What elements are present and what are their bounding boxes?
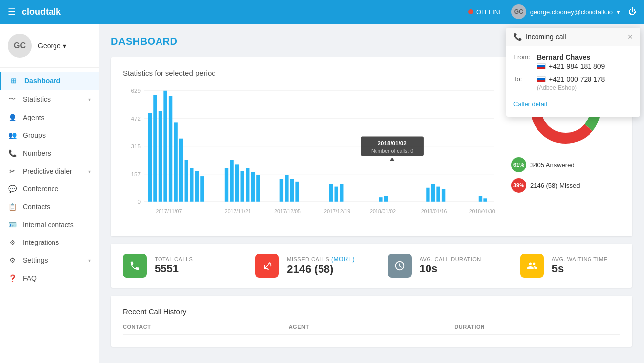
sidebar-item-statistics[interactable]: 〜 Statistics ▾ xyxy=(0,90,99,109)
popup-from-phone-number: +421 984 181 809 xyxy=(549,62,605,70)
sidebar-avatar: GC xyxy=(8,34,32,58)
sidebar: GC George ▾ ⊞ Dashboard 〜 Statistics ▾ 👤… xyxy=(0,24,99,363)
svg-rect-12 xyxy=(159,111,162,202)
user-menu[interactable]: GC george.clooney@cloudtalk.io ▾ xyxy=(511,4,620,19)
stat-missed-info: MISSED CALLS (MORE) 2146 (58) xyxy=(287,256,355,276)
svg-rect-13 xyxy=(163,91,167,202)
svg-text:472: 472 xyxy=(131,115,141,121)
sidebar-item-predictive-dialer[interactable]: ✂ Predictive dialer ▾ xyxy=(0,162,99,180)
svg-rect-39 xyxy=(436,187,440,202)
legend-missed: 39% 2146 (58) Missed xyxy=(511,175,620,196)
popup-close-button[interactable]: ✕ xyxy=(627,33,633,41)
col-agent: AGENT xyxy=(289,324,455,330)
contacts-icon: 📋 xyxy=(8,203,17,211)
popup-caller-name: Bernard Chaves xyxy=(537,53,605,61)
svg-text:157: 157 xyxy=(131,171,141,177)
svg-rect-35 xyxy=(379,197,382,202)
stat-duration-info: AVG. CALL DURATION 10s xyxy=(420,256,481,275)
flag-sk-from xyxy=(537,63,546,69)
sidebar-label-statistics: Statistics xyxy=(23,95,82,103)
svg-rect-37 xyxy=(426,188,429,202)
missed-dot: 39% xyxy=(511,178,526,193)
menu-icon[interactable]: ☰ xyxy=(8,6,16,17)
statistics-icon: 〜 xyxy=(8,95,17,104)
sidebar-label-groups: Groups xyxy=(23,131,91,139)
stat-divider-2 xyxy=(372,254,372,278)
sidebar-item-groups[interactable]: 👥 Groups xyxy=(0,126,99,144)
svg-rect-10 xyxy=(148,113,152,202)
popup-body: From: Bernard Chaves +421 984 181 809 To… xyxy=(506,46,640,117)
sidebar-item-conference[interactable]: 💬 Conference xyxy=(0,180,99,198)
top-header: ☰ cloudtalk OFFLINE GC george.clooney@cl… xyxy=(0,0,644,24)
svg-marker-53 xyxy=(389,157,395,161)
sidebar-item-internal-contacts[interactable]: 🪪 Internal contacts xyxy=(0,216,99,234)
svg-rect-21 xyxy=(225,168,228,202)
settings-icon: ⚙ xyxy=(8,256,17,264)
svg-text:2018/01/02: 2018/01/02 xyxy=(370,208,396,214)
sidebar-username: George ▾ xyxy=(38,42,66,50)
svg-rect-38 xyxy=(431,184,435,202)
chevron-down-icon-2: ▾ xyxy=(88,169,91,174)
svg-rect-33 xyxy=(335,187,338,202)
popup-to-row: To: +421 000 728 178 (Adbee Eshop) xyxy=(513,75,633,91)
sidebar-item-faq[interactable]: ❓ FAQ xyxy=(0,269,99,287)
flag-sk-to xyxy=(537,76,546,82)
caller-detail-link[interactable]: Caller detail xyxy=(513,96,633,110)
sidebar-label-dashboard: Dashboard xyxy=(24,77,91,85)
sidebar-item-dashboard[interactable]: ⊞ Dashboard xyxy=(0,72,99,90)
svg-rect-41 xyxy=(479,196,482,202)
sidebar-item-agents[interactable]: 👤 Agents xyxy=(0,109,99,126)
popup-from-info: Bernard Chaves +421 984 181 809 xyxy=(537,53,605,70)
stats-row: TOTAL CALLS 5551 MISSED CALLS (MORE) 214… xyxy=(111,244,632,288)
stat-total-calls: TOTAL CALLS 5551 xyxy=(123,254,223,278)
sidebar-item-settings[interactable]: ⚙ Settings ▾ xyxy=(0,251,99,269)
recent-calls-title: Recent Call History xyxy=(123,307,620,316)
svg-rect-40 xyxy=(442,189,445,202)
svg-rect-36 xyxy=(384,196,388,202)
sidebar-item-numbers[interactable]: 📞 Numbers xyxy=(0,144,99,162)
sidebar-item-integrations[interactable]: ⚙ Integrations xyxy=(0,234,99,251)
legend-items: 61% 3405 Answered 39% 2146 (58) Missed xyxy=(511,154,620,196)
stat-total-value: 5551 xyxy=(155,262,193,275)
svg-rect-30 xyxy=(290,179,294,201)
svg-rect-22 xyxy=(230,160,233,202)
stat-duration-value: 10s xyxy=(420,262,481,275)
svg-text:2017/11/21: 2017/11/21 xyxy=(225,208,251,214)
stat-divider-3 xyxy=(504,254,504,278)
power-icon[interactable]: ⏻ xyxy=(628,7,636,16)
svg-text:2017/12/19: 2017/12/19 xyxy=(324,208,350,214)
svg-rect-24 xyxy=(241,171,244,201)
svg-rect-15 xyxy=(174,122,177,201)
col-contact: CONTACT xyxy=(123,324,289,330)
popup-to-phone: +421 000 728 178 xyxy=(537,75,605,83)
svg-rect-29 xyxy=(285,175,288,202)
svg-text:2017/12/05: 2017/12/05 xyxy=(274,208,301,214)
chart-title: Statistics for selected period xyxy=(123,69,499,77)
svg-rect-19 xyxy=(195,171,199,201)
user-dropdown-icon: ▾ xyxy=(617,8,620,16)
svg-text:Number of calls: 0: Number of calls: 0 xyxy=(371,148,413,154)
svg-rect-14 xyxy=(169,96,172,202)
svg-rect-11 xyxy=(153,95,157,201)
svg-rect-20 xyxy=(200,176,204,202)
stat-duration-label: AVG. CALL DURATION xyxy=(420,256,481,262)
sidebar-label-conference: Conference xyxy=(23,185,91,193)
stat-avg-waiting: AVG. WAITING TIME 5s xyxy=(520,254,620,278)
svg-text:2017/11/07: 2017/11/07 xyxy=(156,208,182,214)
popup-to-info: +421 000 728 178 (Adbee Eshop) xyxy=(537,75,605,91)
svg-text:2018/01/30: 2018/01/30 xyxy=(469,208,495,214)
popup-to-label: To: xyxy=(513,75,531,83)
faq-icon: ❓ xyxy=(8,274,17,282)
incoming-call-popup: 📞 Incoming call ✕ From: Bernard Chaves +… xyxy=(506,28,640,117)
stat-missed-calls: MISSED CALLS (MORE) 2146 (58) xyxy=(255,254,355,278)
conference-icon: 💬 xyxy=(8,185,17,193)
popup-from-row: From: Bernard Chaves +421 984 181 809 xyxy=(513,53,633,70)
numbers-icon: 📞 xyxy=(8,149,17,157)
svg-rect-28 xyxy=(280,179,283,201)
stat-waiting-label: AVG. WAITING TIME xyxy=(552,256,608,262)
missed-more-link[interactable]: (MORE) xyxy=(331,256,355,263)
sidebar-item-contacts[interactable]: 📋 Contacts xyxy=(0,198,99,216)
stat-missed-value: 2146 (58) xyxy=(287,263,355,276)
avatar: GC xyxy=(511,4,526,19)
table-header: CONTACT AGENT DURATION xyxy=(123,324,620,335)
